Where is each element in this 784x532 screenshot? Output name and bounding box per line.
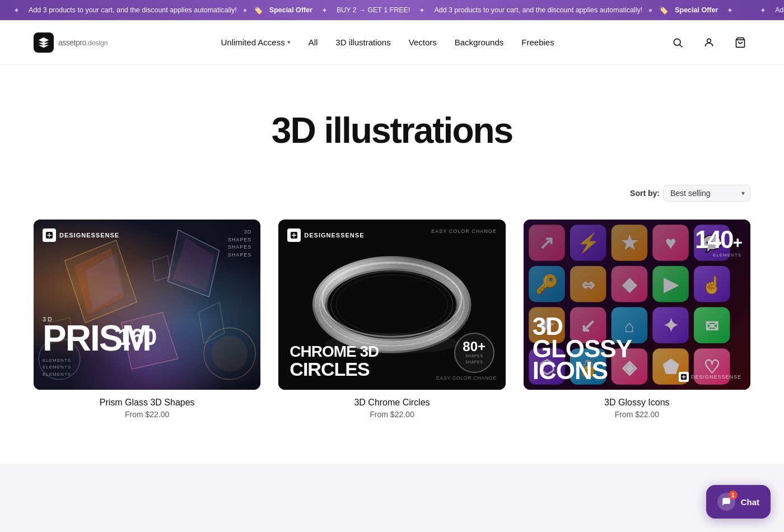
glossy-brand-badge: DESIGNESSENSE: [679, 372, 741, 382]
offer-detail: BUY 2 → GET 1 FREE!: [337, 6, 410, 14]
announcement-text2: Add 3 products to your cart, and the dis…: [434, 6, 642, 14]
product-name-chrome: 3D Chrome Circles: [281, 398, 503, 408]
chrome-title-line1: CHROME 3D: [290, 344, 379, 360]
chat-badge: 1: [729, 491, 738, 500]
chrome-brand-icon: [290, 231, 298, 239]
star-icon2: 🏷️: [659, 6, 668, 15]
special-offer-label: Special Offer: [269, 6, 312, 14]
svg-point-17: [212, 335, 248, 371]
chrome-easy-bottom: EASY COLOR CHANGE: [436, 375, 497, 381]
product-card-chrome[interactable]: DESIGNESSENSE EASY COLOR CHANGE CHROME 3…: [278, 220, 505, 419]
svg-point-25: [323, 262, 462, 337]
nav-freebies[interactable]: Freebies: [521, 38, 554, 47]
plus-icon2: ✦: [321, 6, 328, 15]
glossy-line1: 3D: [533, 315, 632, 338]
brand-name: DESIGNESSENSE: [59, 232, 119, 239]
cart-icon: [735, 37, 746, 48]
product-image-prism: DESIGNESSENSE 3D SHAPES SHAPES SHAPES 3D…: [34, 220, 260, 390]
dot-separator2: [649, 9, 652, 12]
product-price-glossy: From $22.00: [526, 410, 748, 419]
chat-widget[interactable]: 1 Chat: [706, 485, 771, 519]
product-price-chrome: From $22.00: [281, 410, 503, 419]
chrome-brand-badge: DESIGNESSENSE: [287, 228, 364, 242]
announcement-text: Add 3 products to your cart, and the dis…: [29, 6, 237, 14]
svg-marker-15: [152, 255, 170, 281]
nav-3d-illustrations[interactable]: 3D illustrations: [335, 38, 390, 47]
chrome-count-badge: 80+ SHAPES SHAPES: [454, 333, 494, 373]
svg-point-2: [707, 39, 711, 43]
glossy-brand-name: DESIGNESSENSE: [691, 374, 741, 380]
product-info-prism: Prism Glass 3D Shapes From $22.00: [34, 390, 260, 419]
logo-text: assetpro.design: [58, 36, 108, 48]
hero-section: 3D illustrations: [0, 65, 784, 185]
svg-point-27: [331, 272, 452, 338]
sort-select[interactable]: Best selling Price: Low to High Price: H…: [663, 185, 750, 202]
search-button[interactable]: [668, 32, 688, 53]
svg-point-23: [337, 275, 448, 335]
plus-icon4: ✦: [727, 6, 733, 15]
prism-count: 160: [118, 324, 157, 351]
search-icon: [672, 37, 683, 48]
nav-unlimited-access[interactable]: Unlimited Access ▾: [221, 38, 290, 47]
account-icon: [703, 37, 715, 48]
product-grid: DESIGNESSENSE 3D SHAPES SHAPES SHAPES 3D…: [34, 220, 750, 419]
product-image-chrome: DESIGNESSENSE EASY COLOR CHANGE CHROME 3…: [278, 220, 505, 390]
star-icon: 🏷️: [253, 6, 263, 15]
chat-label: Chat: [741, 497, 759, 507]
product-card-prism[interactable]: DESIGNESSENSE 3D SHAPES SHAPES SHAPES 3D…: [34, 220, 260, 419]
cart-button[interactable]: [730, 32, 750, 53]
chrome-title-area: CHROME 3D CIRCLES: [290, 344, 379, 379]
announcement-text3: Add 3 products to your cart, and the dis…: [775, 6, 784, 14]
plus-icon5: ✦: [760, 6, 766, 15]
brand-icon: [45, 231, 53, 239]
product-price-prism: From $22.00: [36, 410, 258, 419]
nav-backgrounds[interactable]: Backgrounds: [455, 38, 504, 47]
logo-link[interactable]: assetpro.design: [34, 32, 108, 53]
product-name-glossy: 3D Glossy Icons: [526, 398, 748, 408]
page-title: 3D illustrations: [0, 110, 784, 151]
special-offer-label2: Special Offer: [675, 6, 718, 14]
nav-vectors[interactable]: Vectors: [409, 38, 437, 47]
logo-svg: [38, 36, 50, 49]
svg-point-0: [674, 39, 680, 45]
chrome-brand-name: DESIGNESSENSE: [304, 232, 364, 239]
product-info-glossy: 3D Glossy Icons From $22.00: [524, 390, 750, 419]
dot-separator: [244, 9, 246, 12]
sort-bar: Sort by: Best selling Price: Low to High…: [34, 185, 750, 215]
chrome-shapes-text: SHAPES SHAPES: [465, 353, 483, 365]
main-content: Sort by: Best selling Price: Low to High…: [0, 185, 784, 464]
product-image-glossy: ↗ ⚡ ★ ♥ 💬: [524, 220, 750, 390]
sort-label: Sort by:: [630, 189, 660, 198]
announcement-bar: ✦ Add 3 products to your cart, and the d…: [0, 0, 784, 20]
chrome-easy-label: EASY COLOR CHANGE: [431, 228, 496, 234]
plus-icon3: ✦: [419, 6, 425, 15]
glossy-brand-icon: [679, 372, 689, 382]
chrome-count: 80+: [463, 340, 486, 353]
prism-shapes-label: 3D SHAPES SHAPES SHAPES: [228, 228, 252, 259]
prism-brand-badge: DESIGNESSENSE: [43, 228, 119, 242]
svg-marker-13: [199, 302, 225, 343]
site-header: assetpro.design Unlimited Access ▾ All 3…: [0, 20, 784, 65]
chrome-title-line2: CIRCLES: [290, 360, 379, 379]
chat-icon-area: 1: [717, 493, 735, 511]
plus-icon: ✦: [13, 6, 20, 15]
product-card-glossy[interactable]: ↗ ⚡ ★ ♥ 💬: [524, 220, 750, 419]
header-actions: [668, 32, 750, 53]
prism-elements-label: ELEMENTS ELEMENTS ELEMENTS: [43, 357, 151, 379]
main-nav: Unlimited Access ▾ All 3D illustrations …: [221, 38, 554, 47]
glossy-count-badge: 140+ ELEMENTS: [695, 227, 741, 259]
glossy-title-area: 3D GLOSSY ICONS: [533, 315, 632, 382]
product-info-chrome: 3D Chrome Circles From $22.00: [278, 390, 505, 419]
svg-line-1: [680, 44, 683, 47]
logo-icon: [34, 32, 54, 53]
account-button[interactable]: [699, 32, 719, 53]
sort-wrapper: Best selling Price: Low to High Price: H…: [663, 185, 750, 202]
glossy-line3: ICONS: [533, 360, 632, 382]
nav-all[interactable]: All: [309, 38, 318, 47]
product-name-prism: Prism Glass 3D Shapes: [36, 398, 258, 408]
chevron-down-icon: ▾: [287, 39, 291, 46]
glossy-brand-svg: [680, 374, 687, 380]
